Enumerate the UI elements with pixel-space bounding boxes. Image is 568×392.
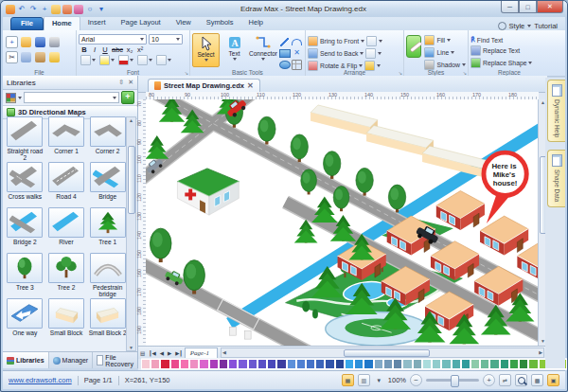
color-swatch[interactable] — [374, 359, 383, 369]
library-scrollbar[interactable]: ▲▼ — [126, 116, 136, 351]
list-icon[interactable] — [156, 55, 167, 65]
color-swatch[interactable] — [509, 359, 519, 369]
building-block[interactable] — [311, 105, 378, 136]
last-page-button[interactable]: ▶┃ — [173, 350, 185, 356]
page-view-icon[interactable]: ▥ — [358, 374, 370, 386]
format-painter-icon[interactable] — [49, 52, 60, 62]
color-swatch[interactable] — [189, 359, 199, 369]
color-swatch[interactable] — [383, 359, 393, 369]
first-page-button[interactable]: ┃◀ — [147, 350, 158, 356]
color-swatch[interactable] — [296, 359, 306, 369]
color-swatch[interactable] — [528, 359, 538, 369]
rectangle-icon[interactable] — [279, 49, 291, 58]
add-shape-icon[interactable]: + — [40, 5, 49, 14]
color-swatch[interactable] — [364, 359, 373, 369]
color-swatch[interactable] — [500, 359, 509, 369]
indent-icon[interactable] — [80, 55, 91, 65]
horizontal-scrollbar[interactable]: ◀ ▶ — [221, 347, 544, 358]
color-swatch[interactable] — [228, 359, 238, 369]
shape-palette-icon[interactable] — [6, 93, 16, 103]
library-item-tree-3[interactable]: Tree 3 — [6, 253, 44, 298]
color-swatch[interactable] — [209, 359, 219, 369]
next-page-button[interactable]: ▶ — [166, 350, 173, 356]
color-swatch[interactable] — [345, 359, 354, 369]
library-doc-icon[interactable] — [51, 5, 61, 14]
find-text-button[interactable]: ℟ Find Text — [470, 36, 548, 44]
bring-to-front-button[interactable]: Bring to Front — [308, 36, 401, 46]
library-item-tree-2[interactable]: Tree 2 — [47, 253, 86, 298]
more-icon[interactable]: ▾ — [97, 5, 106, 14]
align-icon[interactable] — [137, 55, 148, 65]
library-item-bridge-2[interactable]: Bridge 2 — [6, 207, 44, 253]
building-block[interactable] — [366, 126, 434, 157]
color-swatch[interactable] — [354, 359, 364, 369]
color-swatch[interactable] — [276, 359, 286, 369]
pan-icon[interactable]: ▩ — [531, 374, 543, 386]
color-swatch[interactable] — [335, 359, 345, 369]
fit-page-icon[interactable]: ⇄ — [499, 374, 511, 386]
color-swatch[interactable] — [393, 359, 402, 369]
copy-icon[interactable] — [21, 52, 31, 62]
close-button[interactable]: ✕ — [537, 1, 563, 13]
color-swatch[interactable] — [489, 359, 499, 369]
add-library-button[interactable]: + — [121, 91, 134, 104]
zoom-slider[interactable] — [426, 379, 479, 382]
search-icon[interactable]: ○ — [85, 5, 95, 14]
replace-text-button[interactable]: Replace Text — [470, 45, 548, 56]
tab-page-layout[interactable]: Page Layout — [114, 16, 169, 30]
stadium[interactable] — [326, 312, 428, 346]
send-to-back-button[interactable]: Send to Back — [308, 48, 401, 59]
library-item-small-block[interactable]: Small Block — [47, 298, 86, 344]
color-swatch[interactable] — [441, 359, 451, 369]
tab-view[interactable]: View — [169, 16, 199, 30]
chevron-down-icon[interactable] — [18, 97, 22, 99]
panel-tab-file-recovery[interactable]: File Recovery — [93, 352, 140, 368]
prev-page-button[interactable]: ◀ — [158, 350, 166, 356]
scrollbar-thumb[interactable] — [344, 349, 429, 357]
line-icon[interactable] — [280, 38, 289, 46]
color-swatch[interactable] — [267, 359, 276, 369]
tutorial-button[interactable]: Tutorial — [534, 22, 558, 30]
color-swatch[interactable] — [422, 359, 432, 369]
clipart-doc-icon[interactable] — [62, 5, 72, 14]
color-swatch[interactable] — [413, 359, 422, 369]
close-panel-icon[interactable]: ✕ — [128, 79, 133, 86]
superscript-button[interactable]: x² — [136, 45, 144, 54]
color-swatch[interactable] — [151, 359, 160, 369]
font-size-select[interactable]: 10 — [149, 34, 183, 45]
color-swatch[interactable] — [141, 359, 151, 369]
subscript-button[interactable]: x₂ — [126, 45, 133, 54]
ellipse-icon[interactable] — [279, 61, 291, 69]
bold-button[interactable]: B — [80, 45, 88, 54]
replace-shape-button[interactable]: Replace Shape — [470, 58, 548, 68]
strikethrough-button[interactable]: abc — [112, 45, 123, 54]
color-swatch[interactable] — [180, 359, 189, 369]
zoom-region-icon[interactable] — [515, 374, 527, 386]
style-brush-icon[interactable] — [406, 35, 421, 58]
zoom-out-button[interactable]: − — [410, 374, 422, 386]
underline-button[interactable]: U — [101, 45, 109, 54]
library-item-corner-1[interactable]: Corner 1 — [47, 116, 86, 162]
scrollbar-thumb[interactable] — [128, 146, 135, 214]
document-tab[interactable]: Street Map Drawing.edx ✕ — [148, 79, 260, 92]
font-family-select[interactable]: Arial — [79, 34, 147, 45]
fullscreen-icon[interactable]: ▣ — [547, 374, 559, 386]
fill-button[interactable]: Fill — [424, 35, 466, 45]
open-icon[interactable] — [21, 37, 31, 47]
highlight-icon[interactable] — [99, 55, 110, 65]
paste-icon[interactable] — [35, 52, 45, 62]
color-swatch[interactable] — [257, 359, 267, 369]
italic-button[interactable]: I — [91, 45, 98, 54]
zoom-slider-thumb[interactable] — [451, 375, 459, 387]
color-swatch[interactable] — [432, 359, 441, 369]
building-block[interactable] — [422, 146, 489, 177]
color-swatch[interactable] — [287, 359, 296, 369]
library-item-one-way[interactable]: One way — [6, 298, 44, 344]
tab-insert[interactable]: Insert — [80, 16, 114, 30]
color-swatch[interactable] — [325, 359, 334, 369]
color-swatch[interactable] — [160, 359, 169, 369]
library-item-bridge[interactable]: Bridge — [88, 162, 127, 207]
library-item-straight-road-2[interactable]: Straight road 2 — [6, 116, 44, 162]
new-icon[interactable]: + — [6, 36, 18, 48]
font-color-icon[interactable] — [118, 55, 129, 65]
